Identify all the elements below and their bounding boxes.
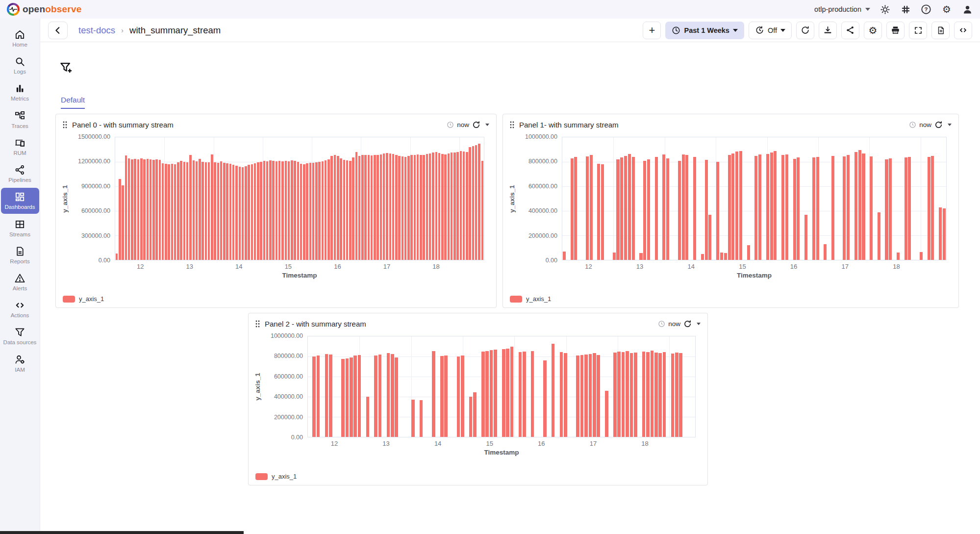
plot-area[interactable]	[562, 137, 947, 260]
print-button[interactable]	[886, 22, 905, 39]
x-axis-name: Timestamp	[307, 448, 696, 456]
org-selector[interactable]: otlp-production	[814, 5, 870, 13]
sidebar-item-metrics[interactable]: Metrics	[1, 79, 39, 105]
share-icon	[846, 25, 855, 35]
chevron-down-icon	[780, 29, 785, 32]
download-button[interactable]	[819, 22, 837, 39]
sidebar-item-data-sources[interactable]: Data sources	[1, 323, 39, 349]
legend-swatch	[255, 473, 268, 480]
x-axis-name: Timestamp	[115, 271, 484, 279]
sidebar-item-traces[interactable]: Traces	[1, 107, 39, 132]
chevron-down-icon[interactable]	[697, 323, 701, 325]
y-axis-name: y_axis_1	[507, 137, 517, 260]
legend[interactable]: y_axis_1	[63, 295, 104, 303]
refresh-icon[interactable]	[934, 121, 943, 129]
plot-area[interactable]	[115, 137, 484, 260]
time-range-button[interactable]: Past 1 Weeks	[665, 22, 744, 39]
legend-label: y_axis_1	[79, 295, 104, 303]
print-icon	[891, 25, 900, 35]
fullscreen-button[interactable]	[909, 22, 927, 39]
panel-1-chart: y_axis_1 1000000.00800000.00600000.00400…	[507, 137, 947, 279]
svg-text:?: ?	[925, 6, 928, 12]
openobserve-logo-icon	[7, 3, 20, 16]
legend-swatch	[63, 296, 75, 303]
code-icon	[958, 25, 968, 35]
chevron-down-icon[interactable]	[485, 124, 489, 126]
fullscreen-icon	[914, 26, 923, 35]
refresh-clock-icon	[755, 25, 764, 35]
panel-0-chart: y_axis_1 1500000.001200000.00900000.0060…	[60, 137, 484, 279]
export-json-button[interactable]	[931, 22, 950, 39]
panel-0-header: Panel 0 - with summary stream now	[56, 114, 496, 135]
legend-swatch	[510, 296, 522, 303]
chevron-down-icon	[733, 29, 738, 32]
y-axis-name: y_axis_1	[252, 336, 262, 437]
panel-title: Panel 0 - with summary stream	[72, 121, 174, 129]
filter-plus-icon	[59, 61, 74, 76]
panel-title: Panel 2 - with summary stream	[265, 320, 366, 328]
settings-gear-icon[interactable]: ⚙	[941, 3, 953, 15]
panel-2-chart: y_axis_1 1000000.00800000.00600000.00400…	[252, 336, 696, 456]
add-filter-button[interactable]	[59, 61, 74, 76]
refresh-icon[interactable]	[683, 320, 692, 328]
breadcrumb-current: with_summary_stream	[129, 25, 221, 36]
theme-sun-icon[interactable]	[879, 3, 891, 15]
plot-area[interactable]	[307, 336, 696, 437]
sidebar-item-dashboards[interactable]: Dashboards	[1, 188, 39, 213]
panel-1-header: Panel 1- with summary stream now	[503, 114, 958, 135]
download-icon	[823, 25, 832, 35]
slack-icon[interactable]	[900, 3, 911, 15]
drag-handle-icon[interactable]	[63, 121, 67, 128]
add-panel-button[interactable]: +	[643, 22, 661, 39]
tab-default[interactable]: Default	[61, 96, 85, 109]
sidebar-item-reports[interactable]: Reports	[1, 242, 39, 268]
y-axis-name: y_axis_1	[60, 137, 70, 260]
chevron-down-icon	[865, 8, 870, 11]
chevron-down-icon[interactable]	[948, 124, 952, 126]
back-button[interactable]	[48, 22, 68, 39]
sidebar-item-alerts[interactable]: Alerts	[1, 269, 39, 295]
clock-icon	[909, 121, 916, 128]
share-button[interactable]	[841, 22, 859, 39]
screen-edge-strip	[0, 531, 244, 534]
sidebar-nav: Home Logs Metrics Traces RUM Pipelines D…	[0, 19, 40, 534]
auto-refresh-interval-button[interactable]: Off	[749, 22, 792, 39]
dashboard-toolbar: test-docs › with_summary_stream + Past 1…	[40, 19, 980, 42]
sidebar-item-iam[interactable]: IAM	[1, 351, 39, 376]
refresh-icon	[801, 25, 810, 35]
clock-icon	[658, 320, 665, 328]
sidebar-item-rum[interactable]: RUM	[1, 134, 39, 159]
help-icon[interactable]: ?	[920, 3, 932, 15]
sidebar-item-streams[interactable]: Streams	[1, 215, 39, 241]
panel-title: Panel 1- with summary stream	[519, 121, 619, 129]
profile-icon[interactable]	[961, 3, 973, 15]
refresh-button[interactable]	[796, 22, 814, 39]
sidebar-item-logs[interactable]: Logs	[1, 52, 39, 78]
brand-name: openobserve	[23, 4, 81, 15]
breadcrumb-parent-link[interactable]: test-docs	[78, 25, 115, 36]
top-header: openobserve otlp-production ? ⚙	[0, 0, 980, 19]
drag-handle-icon[interactable]	[510, 121, 514, 128]
panel-time-label: now	[919, 121, 931, 128]
sidebar-item-actions[interactable]: Actions	[1, 296, 39, 322]
legend-label: y_axis_1	[526, 295, 551, 303]
sidebar-item-home[interactable]: Home	[1, 25, 39, 51]
clock-icon	[447, 121, 454, 128]
brand-logo[interactable]: openobserve	[7, 3, 81, 16]
code-button[interactable]	[954, 22, 972, 39]
panel-card-1: Panel 1- with summary stream now y_axis_…	[503, 114, 959, 308]
settings-button[interactable]: ⚙	[864, 22, 882, 39]
x-axis-name: Timestamp	[562, 271, 947, 279]
y-axis-ticks: 1500000.001200000.00900000.00600000.0030…	[70, 137, 115, 260]
drag-handle-icon[interactable]	[255, 320, 260, 328]
refresh-icon[interactable]	[472, 121, 480, 129]
legend[interactable]: y_axis_1	[255, 473, 297, 480]
panel-card-0: Panel 0 - with summary stream now y_axis…	[55, 114, 497, 308]
openobserve-app: openobserve otlp-production ? ⚙	[0, 0, 980, 534]
legend-label: y_axis_1	[272, 473, 297, 480]
legend[interactable]: y_axis_1	[510, 295, 551, 303]
x-axis-ticks: 12131415161718	[307, 437, 696, 448]
sidebar-item-pipelines[interactable]: Pipelines	[1, 161, 39, 186]
export-json-icon	[936, 26, 945, 35]
y-axis-ticks: 1000000.00800000.00600000.00400000.00200…	[517, 137, 562, 260]
